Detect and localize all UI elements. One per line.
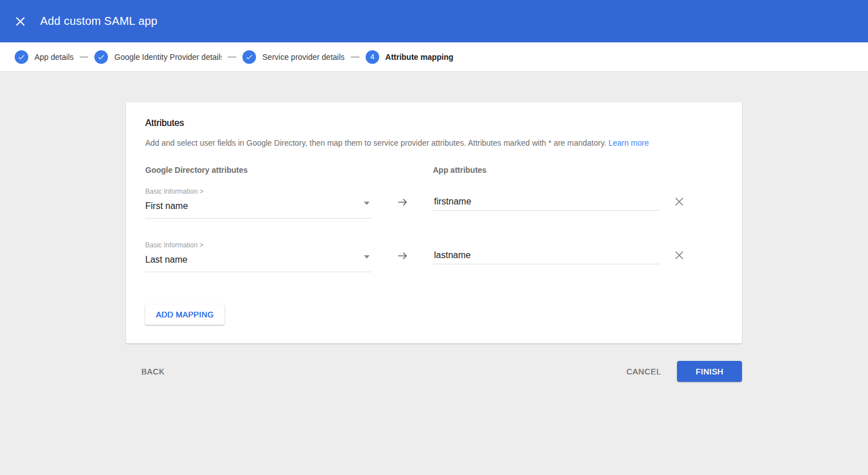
directory-attributes-header: Google Directory attributes	[145, 165, 371, 175]
finish-button[interactable]: FINISH	[677, 361, 742, 382]
step-google-idp-details[interactable]: Google Identity Provider details	[94, 50, 222, 64]
learn-more-link[interactable]: Learn more	[609, 138, 649, 147]
step-service-provider-details[interactable]: Service provider details	[242, 50, 345, 64]
directory-attribute-select[interactable]: Basic Information > First name	[145, 188, 371, 219]
directory-attribute-select[interactable]: Basic Information > Last name	[145, 241, 371, 272]
selected-attribute: Last name	[145, 255, 188, 265]
remove-mapping-icon[interactable]	[674, 197, 684, 207]
step-app-details[interactable]: App details	[15, 50, 73, 64]
selected-attribute: First name	[145, 201, 188, 211]
dialog-title: Add custom SAML app	[40, 15, 158, 28]
app-attribute-input[interactable]	[433, 250, 660, 264]
step-label: App details	[34, 53, 73, 62]
step-connector	[80, 56, 88, 58]
dialog-header: Add custom SAML app	[0, 0, 868, 42]
cancel-button[interactable]: CANCEL	[626, 367, 661, 376]
step-complete-icon	[15, 50, 28, 64]
stepper: App details Google Identity Provider det…	[0, 42, 868, 72]
footer-actions: BACK CANCEL FINISH	[126, 361, 742, 382]
card-description: Add and select user fields in Google Dir…	[145, 138, 723, 147]
step-attribute-mapping[interactable]: 4 Attribute mapping	[366, 50, 454, 64]
add-mapping-button[interactable]: ADD MAPPING	[145, 304, 224, 325]
card-description-text: Add and select user fields in Google Dir…	[145, 138, 606, 147]
app-attributes-header: App attributes	[433, 165, 660, 175]
step-label: Service provider details	[262, 53, 345, 62]
card-title: Attributes	[145, 118, 723, 128]
step-complete-icon	[242, 50, 256, 64]
dropdown-arrow-icon	[364, 202, 370, 205]
step-complete-icon	[94, 50, 108, 64]
step-connector	[351, 56, 359, 58]
attributes-card: Attributes Add and select user fields in…	[126, 102, 742, 343]
arrow-right-icon	[396, 249, 409, 263]
app-attribute-input[interactable]	[433, 197, 660, 211]
step-label: Google Identity Provider details	[114, 53, 222, 62]
back-button[interactable]: BACK	[141, 367, 164, 376]
attribute-category: Basic Information >	[145, 188, 371, 195]
column-headers: Google Directory attributes App attribut…	[145, 165, 723, 175]
mapping-arrow	[371, 241, 433, 272]
remove-mapping-icon[interactable]	[674, 250, 684, 260]
step-number-badge: 4	[366, 50, 379, 64]
step-label: Attribute mapping	[385, 53, 454, 62]
close-icon[interactable]	[14, 15, 27, 28]
mapping-arrow	[371, 188, 433, 219]
dialog-body: Attributes Add and select user fields in…	[0, 102, 868, 382]
dropdown-arrow-icon	[364, 255, 370, 259]
mapping-row: Basic Information > Last name	[145, 241, 723, 272]
step-connector	[228, 56, 236, 58]
attribute-category: Basic Information >	[145, 241, 371, 249]
mapping-row: Basic Information > First name	[145, 188, 723, 219]
arrow-right-icon	[396, 195, 409, 209]
